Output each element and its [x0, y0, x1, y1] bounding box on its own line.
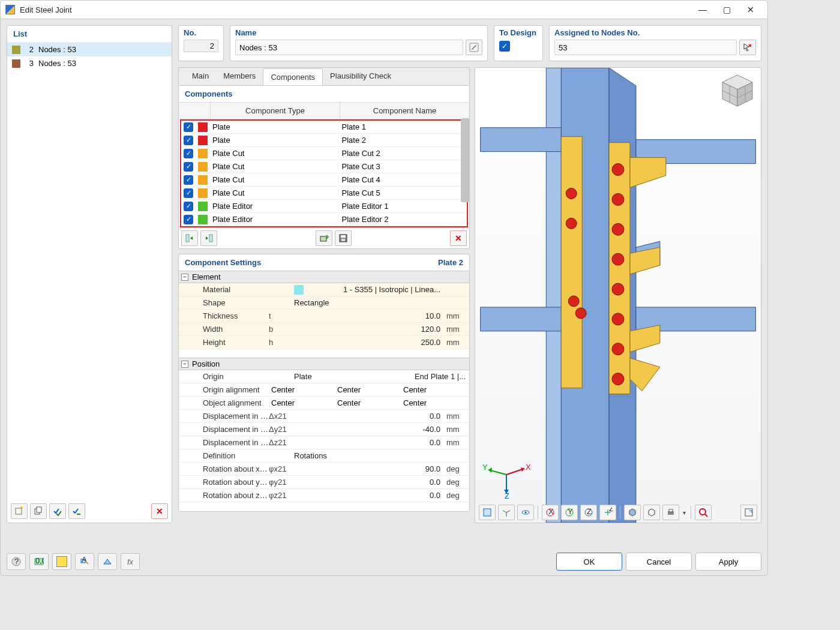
- group-element[interactable]: −Element: [179, 271, 469, 283]
- ok-button[interactable]: OK: [556, 553, 622, 571]
- view-z-button[interactable]: Z: [580, 505, 597, 520]
- expand-preview-button[interactable]: [740, 505, 757, 520]
- svg-text:Y: Y: [482, 463, 488, 472]
- check-all-button[interactable]: [49, 503, 66, 519]
- table-row[interactable]: ✓Plate CutPlate Cut 2: [181, 147, 467, 160]
- svg-point-34: [612, 373, 624, 385]
- preview-toolbar: X Y Z Z ▾: [479, 505, 757, 520]
- pick-nodes-button[interactable]: [739, 40, 756, 55]
- delete-item-button[interactable]: ✕: [151, 503, 168, 519]
- dropdown-icon[interactable]: ▾: [682, 509, 687, 516]
- prop-dx[interactable]: Displacement in x21-a...Δx210.0mm: [179, 410, 469, 423]
- reset-view-button[interactable]: [695, 505, 712, 520]
- render-style-button[interactable]: [624, 505, 641, 520]
- copy-item-button[interactable]: [30, 503, 47, 519]
- row-checkbox[interactable]: ✓: [181, 215, 196, 224]
- prop-dz[interactable]: Displacement in z21-a...Δz210.0mm: [179, 436, 469, 449]
- prop-origin-alignment[interactable]: Origin alignmentCenterCenterCenter: [179, 383, 469, 397]
- row-checkbox[interactable]: ✓: [181, 175, 196, 185]
- color-button[interactable]: [52, 553, 71, 570]
- apply-button[interactable]: Apply: [695, 553, 761, 571]
- table-row[interactable]: ✓Plate EditorPlate Editor 2: [181, 213, 467, 226]
- minimize-button[interactable]: —: [691, 2, 715, 17]
- row-checkbox[interactable]: ✓: [181, 188, 196, 198]
- delete-component-button[interactable]: ✕: [450, 230, 467, 246]
- list-item[interactable]: 2 Nodes : 53: [7, 43, 172, 56]
- row-checkbox[interactable]: ✓: [181, 149, 196, 158]
- row-checkbox[interactable]: ✓: [181, 122, 196, 132]
- svg-rect-7: [186, 235, 189, 242]
- prop-material[interactable]: Material1 - S355 | Isotropic | Linea...: [179, 283, 469, 296]
- table-row[interactable]: ✓Plate EditorPlate Editor 1: [181, 200, 467, 213]
- prop-thickness[interactable]: Thicknesst10.0mm: [179, 310, 469, 323]
- zoom-extents-button[interactable]: [517, 505, 534, 520]
- tab-main[interactable]: Main: [185, 68, 216, 85]
- save-button[interactable]: [335, 230, 352, 246]
- edit-name-button[interactable]: [466, 40, 482, 55]
- view-cube-icon[interactable]: [719, 73, 756, 110]
- move-up-button[interactable]: [181, 230, 198, 246]
- prop-height[interactable]: Heighth250.0mm: [179, 336, 469, 349]
- wireframe-button[interactable]: [643, 505, 660, 520]
- show-axes-button[interactable]: [498, 505, 515, 520]
- collapse-icon[interactable]: −: [181, 274, 188, 281]
- prop-rz[interactable]: Rotation about z21-a...φz210.0deg: [179, 489, 469, 502]
- list-item-number: 3: [25, 59, 34, 68]
- view-y-button[interactable]: Y: [561, 505, 578, 520]
- uncheck-all-button[interactable]: [68, 503, 85, 519]
- catalog-button[interactable]: [98, 553, 117, 570]
- svg-rect-22: [609, 143, 630, 394]
- cancel-button[interactable]: Cancel: [626, 553, 692, 571]
- tab-components[interactable]: Components: [263, 68, 323, 86]
- view-iso-button[interactable]: Z: [599, 505, 616, 520]
- units-button[interactable]: 0,00: [29, 553, 49, 570]
- prop-object-alignment[interactable]: Object alignmentCenterCenterCenter: [179, 397, 469, 410]
- svg-rect-21: [561, 137, 582, 388]
- to-design-checkbox[interactable]: ✓: [499, 41, 510, 52]
- row-checkbox[interactable]: ✓: [181, 202, 196, 211]
- print-button[interactable]: [662, 505, 679, 520]
- help-button[interactable]: ?: [7, 553, 26, 570]
- tab-plausibility[interactable]: Plausibility Check: [323, 68, 398, 85]
- color-swatch-icon: [56, 556, 67, 567]
- prop-dy[interactable]: Displacement in y21-a...Δy21-40.0mm: [179, 423, 469, 436]
- table-row[interactable]: ✓Plate CutPlate Cut 4: [181, 173, 467, 187]
- preview-3d[interactable]: X Y Z X Y Z Z ▾: [475, 67, 761, 523]
- prop-width[interactable]: Widthb120.0mm: [179, 323, 469, 336]
- show-model-button[interactable]: [479, 505, 496, 520]
- tab-bar: Main Members Components Plausibility Che…: [178, 67, 470, 85]
- assigned-nodes-field: Assigned to Nodes No.: [549, 25, 761, 61]
- dialog-footer: ? 0,00 A fx OK Cancel Apply: [7, 553, 761, 571]
- formula-button[interactable]: fx: [121, 553, 140, 570]
- svg-rect-8: [209, 235, 212, 242]
- list-item[interactable]: 3 Nodes : 53: [7, 56, 172, 70]
- maximize-button[interactable]: ▢: [715, 2, 739, 17]
- import-button[interactable]: [316, 230, 332, 246]
- prop-ry[interactable]: Rotation about y21-a...φy210.0deg: [179, 476, 469, 489]
- annotation-button[interactable]: A: [75, 553, 94, 570]
- tab-members[interactable]: Members: [216, 68, 263, 85]
- group-position[interactable]: −Position: [179, 358, 469, 370]
- svg-marker-16: [481, 128, 562, 152]
- table-row[interactable]: ✓Plate CutPlate Cut 5: [181, 187, 467, 200]
- svg-point-60: [525, 512, 527, 514]
- row-checkbox[interactable]: ✓: [181, 162, 196, 172]
- assigned-nodes-input[interactable]: [554, 40, 737, 55]
- table-row[interactable]: ✓Plate CutPlate Cut 3: [181, 160, 467, 173]
- view-x-button[interactable]: X: [542, 505, 559, 520]
- prop-rx[interactable]: Rotation about x21-a...φx2190.0deg: [179, 463, 469, 476]
- prop-origin[interactable]: OriginPlateEnd Plate 1 |...: [179, 370, 469, 383]
- close-button[interactable]: ✕: [739, 2, 763, 17]
- new-item-button[interactable]: [11, 503, 28, 519]
- row-checkbox[interactable]: ✓: [181, 136, 196, 145]
- components-scrollbar[interactable]: [461, 118, 469, 202]
- collapse-icon[interactable]: −: [181, 361, 188, 368]
- name-input[interactable]: [235, 40, 463, 55]
- prop-shape[interactable]: ShapeRectangle: [179, 296, 469, 310]
- move-down-button[interactable]: [200, 230, 217, 246]
- list-item-label: Nodes : 53: [38, 59, 76, 68]
- table-row[interactable]: ✓PlatePlate 2: [181, 134, 467, 147]
- prop-definition[interactable]: DefinitionRotations: [179, 449, 469, 463]
- svg-point-1: [21, 507, 22, 508]
- table-row[interactable]: ✓PlatePlate 1: [181, 121, 467, 134]
